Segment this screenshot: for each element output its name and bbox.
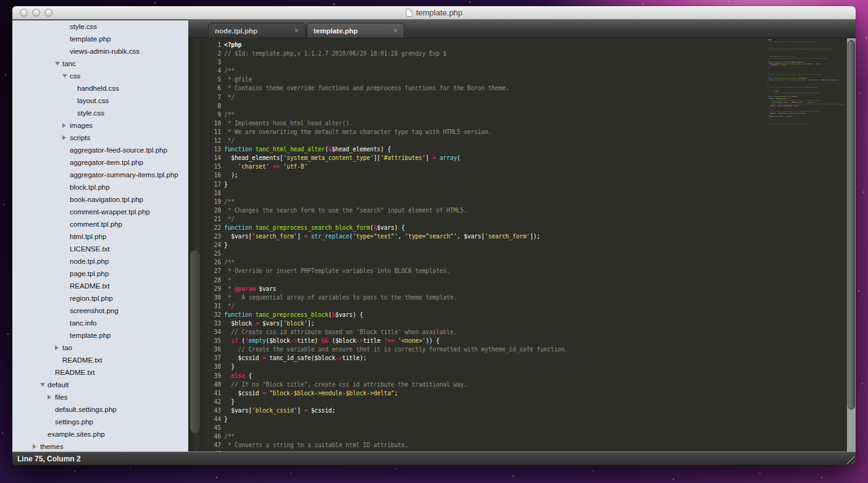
sidebar-folder-tao[interactable]: tao (12, 342, 188, 354)
resize-grip-icon[interactable] (845, 454, 854, 464)
tab-node.tpl.php[interactable]: node.tpl.php× (208, 23, 306, 38)
disclosure-closed-icon[interactable] (62, 123, 66, 128)
vertical-scrollbar[interactable] (847, 38, 856, 452)
sidebar-folder-tanc[interactable]: tanc (12, 57, 188, 70)
sidebar-folder-css[interactable]: css (12, 70, 188, 82)
sidebar-folder-scripts[interactable]: scripts (12, 132, 188, 144)
sidebar-scrollbar-thumb[interactable] (190, 250, 200, 433)
sidebar-file-README.txt[interactable]: README.txt (12, 354, 188, 366)
line-number: 15 (202, 162, 221, 171)
line-number: 28 (202, 276, 221, 285)
sidebar-file-settings.php[interactable]: settings.php (12, 416, 188, 428)
sidebar-file-default.settings.php[interactable]: default.settings.php (12, 403, 188, 416)
code-line: } (224, 415, 847, 424)
disclosure-closed-icon[interactable] (62, 135, 66, 140)
code-line: $vars['search_form'] = str_replace('type… (224, 232, 847, 241)
sidebar-file-aggregator-feed-source.tpl.php[interactable]: aggregator-feed-source.tpl.php (12, 144, 188, 156)
sidebar-file-node.tpl.php[interactable]: node.tpl.php (12, 255, 188, 267)
line-number: 2 (202, 49, 221, 58)
sidebar-file-style.css[interactable]: style.css (12, 107, 188, 119)
sidebar-file-block.tpl.php[interactable]: block.tpl.php (12, 181, 188, 193)
tab-close-icon[interactable]: × (393, 27, 398, 35)
code-line: */ (224, 136, 847, 145)
code-line (224, 58, 847, 67)
sidebar-file-tree[interactable]: style.csstemplate.phpviews-admin-rubik.c… (12, 20, 188, 452)
sidebar-file-README.txt[interactable]: README.txt (12, 366, 188, 379)
sidebar-file-aggregator-summary-items.tpl.php[interactable]: aggregator-summary-items.tpl.php (12, 169, 188, 181)
sidebar-file-comment-wrapper.tpl.php[interactable]: comment-wrapper.tpl.php (12, 206, 188, 218)
sidebar-file-page.tpl.php[interactable]: page.tpl.php (12, 267, 188, 280)
tree-item-label: handheld.css (77, 85, 119, 92)
sidebar-folder-images[interactable]: images (12, 119, 188, 132)
sidebar-file-README.txt[interactable]: README.txt (12, 280, 188, 292)
code-line: // Create css id attribute based on 'Blo… (224, 328, 847, 337)
line-number: 31 (202, 302, 221, 311)
code-line: $block = $vars['block']; (224, 319, 847, 328)
sidebar-file-comment.tpl.php[interactable]: comment.tpl.php (12, 218, 188, 230)
sidebar-file-template.php[interactable]: template.php (12, 329, 188, 342)
code-line: else { (224, 372, 847, 380)
line-number: 33 (202, 319, 221, 328)
tab-close-icon[interactable]: × (294, 27, 299, 35)
tab-template.php[interactable]: template.php× (307, 23, 404, 38)
tree-item-label: page.tpl.php (70, 270, 109, 277)
disclosure-closed-icon[interactable] (48, 395, 51, 400)
line-number: 27 (202, 267, 221, 275)
sidebar-file-views-admin-rubik.css[interactable]: views-admin-rubik.css (12, 45, 188, 57)
code-line: } (224, 398, 847, 406)
code-line: * @file (224, 75, 847, 84)
sidebar-file-screenshot.png[interactable]: screenshot.png (12, 304, 188, 317)
disclosure-closed-icon[interactable] (33, 444, 36, 449)
sidebar-file-region.tpl.php[interactable]: region.tpl.php (12, 292, 188, 304)
window-title: template.php (416, 8, 462, 17)
minimize-button[interactable] (32, 9, 40, 17)
tree-item-label: default (48, 381, 69, 388)
line-number: 4 (202, 67, 221, 75)
sidebar-file-tanc.info[interactable]: tanc.info (12, 317, 188, 329)
editor-code-area[interactable]: 1234567891011121314151617181920212223242… (202, 38, 856, 452)
disclosure-open-icon[interactable] (55, 62, 60, 65)
line-number: 29 (202, 285, 221, 293)
sidebar-folder-files[interactable]: files (12, 391, 188, 403)
sidebar-file-book-navigation.tpl.php[interactable]: book-navigation.tpl.php (12, 193, 188, 206)
sidebar-file-template.php[interactable]: template.php (12, 33, 188, 45)
code-line (224, 424, 847, 432)
sidebar-file-aggregator-item.tpl.php[interactable]: aggregator-item.tpl.php (12, 156, 188, 169)
sidebar-folder-default[interactable]: default (12, 379, 188, 391)
line-number: 5 (202, 75, 221, 84)
minimap-content: <?php// $Id: template.php,v 1.1.2.7 2010… (767, 39, 847, 127)
zoom-button[interactable] (44, 9, 52, 17)
tree-item-label: css (70, 72, 80, 80)
tree-item-label: comment.tpl.php (70, 220, 122, 228)
line-number: 21 (202, 215, 221, 224)
sidebar-file-handheld.css[interactable]: handheld.css (12, 82, 188, 94)
sidebar-file-LICENSE.txt[interactable]: LICENSE.txt (12, 243, 188, 255)
line-number: 24 (202, 241, 221, 250)
traffic-lights (20, 9, 52, 17)
line-number: 43 (202, 406, 221, 415)
code-line: /** (224, 198, 847, 206)
close-button[interactable] (20, 9, 28, 17)
sidebar-file-example.sites.php[interactable]: example.sites.php (12, 428, 188, 440)
tree-item-label: settings.php (55, 418, 93, 426)
vertical-scrollbar-thumb[interactable] (848, 40, 855, 410)
line-number: 11 (202, 128, 221, 136)
document-icon (406, 9, 412, 17)
title-bar[interactable]: template.php (12, 6, 856, 20)
disclosure-open-icon[interactable] (62, 74, 67, 78)
line-number: 39 (202, 372, 221, 380)
code-line: */ (224, 302, 847, 311)
window-title-group: template.php (12, 6, 856, 19)
code-line: * Changes the search form to use the "se… (224, 206, 847, 215)
sidebar-scrollbar[interactable] (188, 20, 202, 452)
sidebar-file-style.css[interactable]: style.css (12, 20, 188, 33)
code-line: $vars['block_cssid'] = $cssid; (224, 406, 847, 415)
sidebar-file-layout.css[interactable]: layout.css (12, 94, 188, 107)
tree-item-label: files (55, 393, 67, 401)
disclosure-open-icon[interactable] (40, 383, 45, 387)
sidebar-file-html.tpl.php[interactable]: html.tpl.php (12, 230, 188, 243)
minimap[interactable]: <?php// $Id: template.php,v 1.1.2.7 2010… (767, 39, 847, 162)
tab-bar: node.tpl.php×template.php× (188, 20, 856, 38)
disclosure-closed-icon[interactable] (55, 345, 59, 350)
sidebar-folder-themes[interactable]: themes (12, 440, 188, 452)
